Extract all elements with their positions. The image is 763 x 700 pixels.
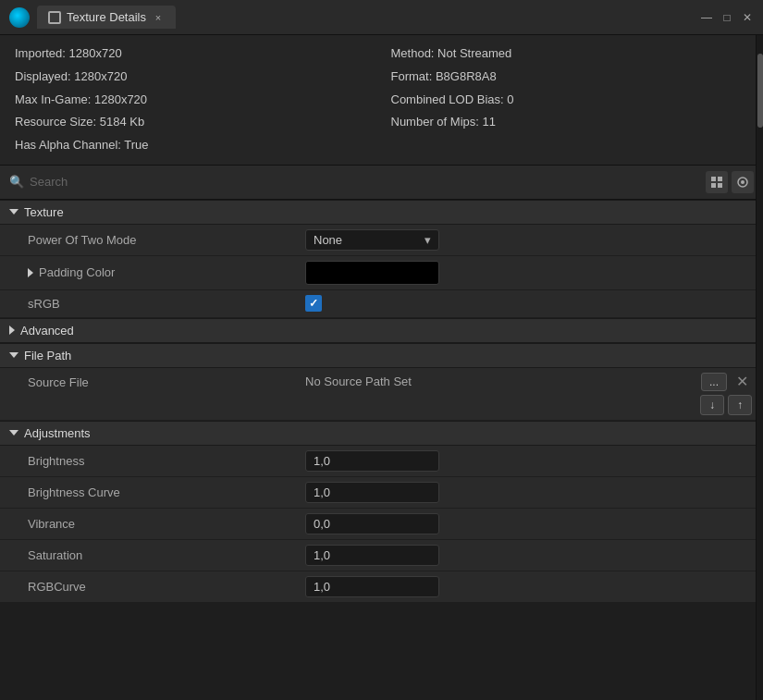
search-input[interactable] [30, 175, 700, 189]
info-resource-size: Resource Size: 5184 Kb [15, 113, 373, 132]
power-of-two-mode-label: Power Of Two Mode [28, 233, 305, 247]
adjustments-section-header[interactable]: Adjustments [0, 421, 763, 446]
info-method: Method: Not Streamed [391, 44, 749, 64]
source-browse-button[interactable]: ... [701, 373, 727, 391]
tab-label: Texture Details [67, 10, 146, 24]
source-up-button[interactable]: ↑ [728, 395, 752, 415]
brightness-value [305, 450, 752, 472]
source-clear-button[interactable]: ✕ [732, 373, 752, 390]
file-path-section-title: File Path [24, 349, 71, 362]
srgb-value: ✓ [305, 295, 752, 312]
vibrance-row: Vibrance [0, 509, 763, 540]
vibrance-input[interactable] [305, 513, 439, 534]
srgb-row: sRGB ✓ [0, 290, 763, 318]
power-of-two-mode-row: Power Of Two Mode None ▾ [0, 225, 763, 256]
info-max-in-game: Max In-Game: 1280x720 [15, 91, 373, 110]
texture-section-title: Texture [24, 205, 64, 219]
saturation-label: Saturation [28, 548, 305, 562]
power-of-two-mode-value: None ▾ [305, 229, 752, 251]
saturation-row: Saturation [0, 540, 763, 571]
tab-close-button[interactable]: × [152, 11, 165, 24]
source-file-row: Source File No Source Path Set ... ✕ ↓ ↑ [0, 368, 763, 421]
title-bar: Texture Details × — □ ✕ [0, 0, 763, 35]
grid-view-button[interactable] [706, 171, 728, 193]
brightness-curve-value [305, 482, 752, 503]
source-path-row: No Source Path Set ... ✕ [305, 373, 752, 391]
svg-rect-3 [718, 183, 722, 188]
checkmark-icon: ✓ [309, 297, 318, 310]
texture-section-header[interactable]: Texture [0, 200, 763, 225]
source-file-value: No Source Path Set ... ✕ ↓ ↑ [305, 373, 752, 415]
advanced-chevron-icon [9, 325, 15, 335]
source-nav-row: ↓ ↑ [305, 395, 752, 415]
texture-chevron-icon [9, 209, 18, 215]
info-panel: Imported: 1280x720 Method: Not Streamed … [0, 35, 763, 166]
power-of-two-mode-selected: None [314, 233, 342, 247]
search-actions [706, 171, 754, 193]
rgb-curve-input[interactable] [305, 576, 439, 597]
saturation-input[interactable] [305, 545, 439, 566]
minimize-button[interactable]: — [700, 11, 713, 24]
info-imported: Imported: 1280x720 [15, 44, 373, 64]
window-controls: — □ ✕ [700, 11, 754, 24]
svg-point-4 [741, 180, 745, 184]
advanced-section-header[interactable]: Advanced [0, 318, 763, 343]
svg-rect-0 [711, 177, 716, 181]
advanced-section-title: Advanced [20, 324, 74, 338]
brightness-input[interactable] [305, 450, 439, 472]
tab-texture-details[interactable]: Texture Details × [37, 6, 176, 29]
info-displayed: Displayed: 1280x720 [15, 68, 373, 87]
padding-color-value [305, 261, 752, 285]
scrollbar[interactable] [756, 35, 763, 700]
properties-area: Texture Power Of Two Mode None ▾ Padding… [0, 200, 763, 603]
tab-icon [48, 11, 61, 24]
scrollbar-thumb[interactable] [757, 54, 763, 128]
srgb-label: sRGB [28, 297, 305, 311]
close-button[interactable]: ✕ [741, 11, 754, 24]
svg-rect-2 [711, 183, 716, 188]
info-lod-bias: Combined LOD Bias: 0 [391, 91, 749, 110]
power-of-two-mode-dropdown[interactable]: None ▾ [305, 229, 439, 251]
rgb-curve-row: RGBCurve [0, 571, 763, 603]
vibrance-value [305, 513, 752, 534]
brightness-curve-label: Brightness Curve [28, 485, 305, 499]
rgb-curve-value [305, 576, 752, 597]
info-mips: Number of Mips: 11 [391, 113, 749, 132]
padding-color-expand-icon [28, 268, 33, 277]
adjustments-section-title: Adjustments [24, 426, 91, 440]
srgb-checkbox[interactable]: ✓ [305, 295, 322, 312]
source-path-text: No Source Path Set [305, 375, 695, 388]
file-path-section-header[interactable]: File Path [0, 343, 763, 368]
info-alpha: Has Alpha Channel: True [15, 136, 373, 155]
svg-rect-1 [718, 177, 722, 181]
source-file-label: Source File [28, 373, 305, 389]
saturation-value [305, 545, 752, 566]
brightness-curve-row: Brightness Curve [0, 477, 763, 509]
brightness-curve-input[interactable] [305, 482, 439, 503]
search-icon: 🔍 [9, 175, 24, 189]
padding-color-swatch[interactable] [305, 261, 439, 285]
file-path-chevron-icon [9, 352, 18, 358]
brightness-label: Brightness [28, 454, 305, 468]
maximize-button[interactable]: □ [720, 11, 733, 24]
rgb-curve-label: RGBCurve [28, 580, 305, 594]
info-format: Format: B8G8R8A8 [391, 68, 749, 87]
padding-color-row: Padding Color [0, 256, 763, 290]
padding-color-label: Padding Color [28, 265, 305, 280]
source-down-button[interactable]: ↓ [700, 395, 724, 415]
search-bar: 🔍 [0, 166, 763, 200]
settings-button[interactable] [732, 171, 754, 193]
brightness-row: Brightness [0, 446, 763, 477]
dropdown-arrow-icon: ▾ [425, 233, 431, 247]
app-logo [9, 7, 30, 28]
adjustments-chevron-icon [9, 430, 18, 436]
vibrance-label: Vibrance [28, 517, 305, 531]
